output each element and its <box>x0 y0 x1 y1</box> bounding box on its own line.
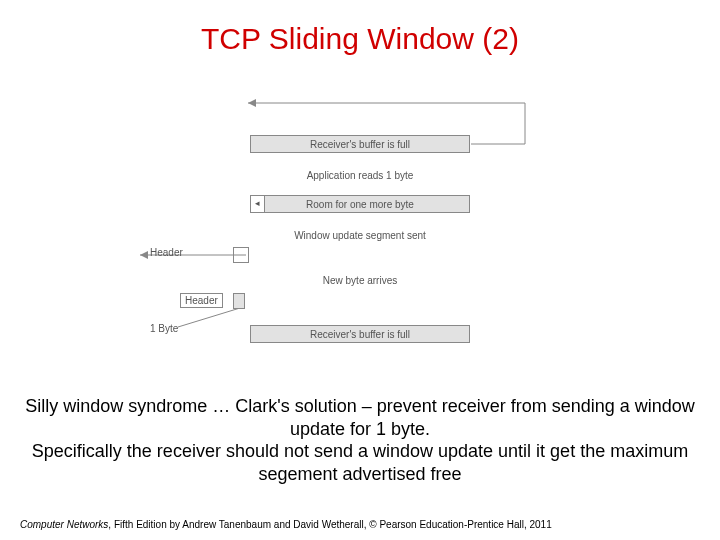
svg-line-3 <box>178 308 240 327</box>
header-pointer-label: Header <box>150 247 183 258</box>
caption-app-reads: Application reads 1 byte <box>250 170 470 181</box>
footer-rest: , Fifth Edition by Andrew Tanenbaum and … <box>108 519 551 530</box>
body-line-2: Specifically the receiver should not sen… <box>20 440 700 485</box>
buffer-bar-full-1: Receiver's buffer is full <box>250 135 470 153</box>
caption-new-byte: New byte arrives <box>250 275 470 286</box>
buffer-bar-room: ◂ Room for one more byte <box>250 195 470 213</box>
caption-window-update: Window update segment sent <box>250 230 470 241</box>
diagram: Receiver's buffer is full Application re… <box>120 95 600 385</box>
body-text: Silly window syndrome … Clark's solution… <box>20 395 700 485</box>
bar-label: Receiver's buffer is full <box>310 329 410 340</box>
footer-citation: Computer Networks, Fifth Edition by Andr… <box>20 519 700 530</box>
footer-book-title: Computer Networks <box>20 519 108 530</box>
body-line-1: Silly window syndrome … Clark's solution… <box>20 395 700 440</box>
buffer-bar-full-2: Receiver's buffer is full <box>250 325 470 343</box>
segment-header-box-1 <box>233 247 249 263</box>
slide-title: TCP Sliding Window (2) <box>0 22 720 56</box>
one-byte-cell <box>233 293 245 309</box>
svg-marker-2 <box>140 251 148 259</box>
one-byte-label: 1 Byte <box>150 323 178 334</box>
svg-marker-0 <box>248 99 256 107</box>
bar-label: Room for one more byte <box>306 199 414 210</box>
bar-label: Receiver's buffer is full <box>310 139 410 150</box>
slide: TCP Sliding Window (2) Receiver's buffer… <box>0 0 720 540</box>
header-box: Header <box>180 293 223 308</box>
